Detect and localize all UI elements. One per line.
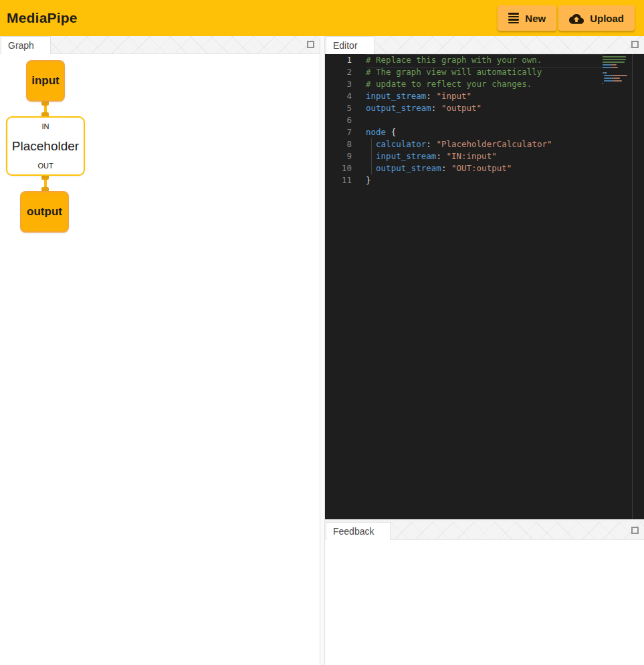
code-token-key: input_stream bbox=[376, 151, 436, 161]
line-number: 3 bbox=[325, 78, 352, 90]
node-input[interactable]: input bbox=[26, 60, 65, 102]
line-number: 8 bbox=[325, 138, 352, 150]
code-text: input_stream: "IN:input" bbox=[352, 150, 497, 162]
code-text: output_stream: "OUT:output" bbox=[352, 162, 512, 174]
new-button[interactable]: New bbox=[498, 5, 556, 31]
code-token-key: node bbox=[366, 127, 386, 137]
minimap-mark bbox=[612, 64, 617, 65]
maximize-icon[interactable] bbox=[631, 527, 639, 534]
vertical-splitter[interactable] bbox=[320, 36, 325, 665]
minimap-mark bbox=[605, 72, 607, 74]
maximize-icon[interactable] bbox=[631, 41, 639, 48]
code-token-key: input_stream bbox=[366, 91, 426, 101]
tab-graph[interactable]: Graph bbox=[1, 36, 51, 54]
feedback-tabstrip: Feedback bbox=[325, 522, 644, 540]
minimap-mark bbox=[614, 80, 622, 82]
tab-editor[interactable]: Editor bbox=[326, 36, 374, 54]
code-token-punct: : bbox=[426, 91, 436, 101]
minimap-mark bbox=[612, 75, 627, 76]
editor-panel: Editor 1# Replace this graph with your o… bbox=[325, 36, 644, 519]
minimap-mark bbox=[603, 56, 626, 57]
code-line[interactable]: 7node { bbox=[325, 126, 644, 138]
code-token-comment: # Replace this graph with your own. bbox=[366, 55, 542, 65]
line-number: 2 bbox=[325, 66, 352, 78]
line-number: 10 bbox=[325, 162, 352, 174]
minimap-mark bbox=[604, 78, 612, 79]
node-output-label: output bbox=[27, 205, 62, 219]
line-number: 11 bbox=[325, 174, 352, 186]
code-token-punct: } bbox=[366, 175, 371, 185]
code-line[interactable]: 5output_stream: "output" bbox=[325, 102, 644, 114]
node-in-port-label: IN bbox=[42, 122, 49, 130]
app-title: MediaPipe bbox=[7, 10, 78, 26]
code-line[interactable]: 6 bbox=[325, 114, 644, 126]
minimap-mark bbox=[603, 59, 626, 60]
code-token-string: "PlaceholderCalculator" bbox=[436, 139, 552, 149]
minimap-mark bbox=[613, 67, 618, 68]
code-line[interactable]: 9 input_stream: "IN:input" bbox=[325, 150, 644, 162]
app-window: MediaPipe New Upload Graph bbox=[0, 0, 644, 665]
code-line[interactable]: 3# update to reflect your changes. bbox=[325, 78, 644, 90]
code-token-punct: : bbox=[426, 139, 436, 149]
code-lines: 1# Replace this graph with your own.2# T… bbox=[325, 54, 644, 186]
line-number: 4 bbox=[325, 90, 352, 102]
minimap-mark bbox=[603, 67, 611, 68]
code-token-punct: : bbox=[431, 103, 441, 113]
line-number: 9 bbox=[325, 150, 352, 162]
code-token-ws bbox=[366, 163, 376, 173]
code-text: node { bbox=[352, 126, 396, 138]
code-text bbox=[352, 114, 366, 126]
minimap-mark bbox=[603, 83, 603, 84]
minimap-mark bbox=[604, 80, 613, 82]
feedback-content bbox=[325, 540, 644, 665]
code-line[interactable]: 11} bbox=[325, 174, 644, 186]
line-number: 5 bbox=[325, 102, 352, 114]
tab-feedback[interactable]: Feedback bbox=[326, 522, 391, 540]
graph-canvas[interactable]: input IN Placeholder OUT output bbox=[0, 54, 320, 665]
code-token-comment: # The graph view will automatically bbox=[366, 67, 542, 77]
cloud-upload-icon bbox=[569, 13, 584, 24]
code-token-string: "input" bbox=[436, 91, 471, 101]
code-editor[interactable]: 1# Replace this graph with your own.2# T… bbox=[325, 54, 644, 519]
code-line[interactable]: 4input_stream: "input" bbox=[325, 90, 644, 102]
code-line[interactable]: 1# Replace this graph with your own. bbox=[325, 54, 644, 66]
code-token-string: "IN:input" bbox=[446, 151, 496, 161]
code-text: output_stream: "output" bbox=[352, 102, 481, 114]
line-number: 6 bbox=[325, 114, 352, 126]
code-line[interactable]: 10 output_stream: "OUT:output" bbox=[325, 162, 644, 174]
editor-panel-content: 1# Replace this graph with your own.2# T… bbox=[325, 54, 644, 519]
new-button-label: New bbox=[525, 13, 546, 24]
code-text: # update to reflect your changes. bbox=[352, 78, 532, 90]
header-actions: New Upload bbox=[498, 5, 635, 31]
node-out-port-label: OUT bbox=[37, 162, 53, 170]
graph-tabstrip: Graph bbox=[0, 36, 320, 54]
minimap-mark bbox=[603, 61, 625, 63]
code-token-key: output_stream bbox=[366, 103, 431, 113]
upload-button[interactable]: Upload bbox=[558, 5, 635, 31]
code-token-key: output_stream bbox=[376, 163, 441, 173]
reorder-icon bbox=[508, 13, 519, 23]
code-text: # Replace this graph with your own. bbox=[352, 54, 542, 66]
code-token-string: "OUT:output" bbox=[451, 163, 512, 173]
code-line[interactable]: 2# The graph view will automatically bbox=[325, 66, 644, 78]
line-number: 7 bbox=[325, 126, 352, 138]
maximize-icon[interactable] bbox=[307, 41, 314, 48]
code-token-comment: # update to reflect your changes. bbox=[366, 79, 532, 89]
upload-button-label: Upload bbox=[590, 13, 624, 24]
editor-tabstrip: Editor bbox=[325, 36, 644, 54]
minimap[interactable] bbox=[603, 56, 631, 96]
code-token-ws bbox=[366, 151, 376, 161]
node-output[interactable]: output bbox=[20, 191, 69, 233]
code-text: calculator: "PlaceholderCalculator" bbox=[352, 138, 552, 150]
code-line[interactable]: 8 calculator: "PlaceholderCalculator" bbox=[325, 138, 644, 150]
minimap-mark bbox=[603, 64, 611, 65]
node-placeholder-label: Placeholder bbox=[12, 139, 79, 154]
code-token-punct: : bbox=[441, 163, 451, 173]
right-column: Editor 1# Replace this graph with your o… bbox=[325, 36, 644, 665]
node-placeholder[interactable]: IN Placeholder OUT bbox=[6, 116, 85, 176]
code-token-ws bbox=[366, 139, 376, 149]
minimap-mark bbox=[604, 75, 611, 76]
main-area: Graph input IN Placeholder bbox=[0, 36, 644, 665]
code-text: # The graph view will automatically bbox=[352, 66, 542, 78]
code-token-string: "output" bbox=[441, 103, 481, 113]
